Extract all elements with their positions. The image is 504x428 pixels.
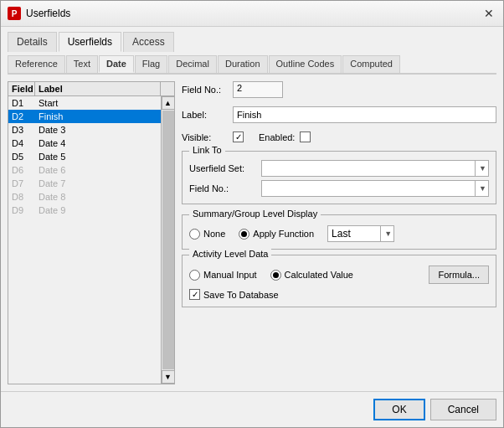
field-cell: D4 [12,138,39,148]
main-content: Field Label D1 Start D2 Finish [8,81,496,384]
label-cell: Date 4 [39,138,157,148]
link-to-group: Link To Userfield Set: ▼ Field No.: [182,151,496,204]
userfieldset-arrow: ▼ [475,161,486,176]
visible-checkbox-label[interactable] [233,131,244,142]
field-cell: D6 [12,165,39,175]
label-cell: Start [39,98,157,108]
window-title: Userfields [26,8,70,19]
function-dropdown[interactable]: Last ▼ [327,225,394,242]
formula-button[interactable]: Formula... [429,266,489,284]
userfieldset-dropdown[interactable]: ▼ [261,160,489,177]
save-checkbox-label[interactable]: Save To Database [189,289,489,300]
list-item[interactable]: D1 Start [8,96,161,110]
list-scrollbar[interactable]: ▲ ▼ [161,96,174,384]
userfieldset-label: Userfield Set: [189,163,256,173]
field-cell: D5 [12,152,39,162]
fieldno-row: Field No.: ▼ [189,180,489,197]
enabled-checkbox-label[interactable] [300,131,311,142]
tab-decimal[interactable]: Decimal [168,55,217,73]
manual-radio-label[interactable]: Manual Input [189,270,257,281]
list-item[interactable]: D5 Date 5 [8,150,161,163]
activity-left: Manual Input Calculated Value [189,270,353,281]
scroll-up-arrow[interactable]: ▲ [162,96,175,110]
label-label: Label: [182,110,228,120]
none-label: None [203,229,225,239]
activity-title: Activity Level Data [189,249,271,259]
link-to-title: Link To [189,145,225,155]
calculated-radio-label[interactable]: Calculated Value [270,270,353,281]
title-bar: P Userfields ✕ [1,1,503,27]
save-checkbox[interactable] [189,289,200,300]
activity-group: Activity Level Data Manual Input Calcula… [182,255,496,307]
apply-radio[interactable] [239,229,249,240]
function-arrow: ▼ [380,226,392,241]
cancel-button[interactable]: Cancel [430,399,496,420]
label-cell: Date 5 [39,152,157,162]
label-cell: Finish [39,111,157,121]
list-item[interactable]: D8 Date 8 [8,190,161,204]
summary-inner: None Apply Function Last ▼ [189,225,489,242]
col-header-label: Label [35,82,161,95]
fieldno-arrow: ▼ [475,181,486,196]
calculated-label: Calculated Value [285,270,353,280]
scroll-down-arrow[interactable]: ▼ [162,370,175,384]
list-scroll[interactable]: D1 Start D2 Finish D3 Date 3 D4 [8,96,161,384]
list-panel: Field Label D1 Start D2 Finish [8,81,175,384]
field-cell: D3 [12,125,39,135]
field-no-row: Field No.: 2 [182,81,496,98]
label-cell: Date 9 [39,205,157,215]
none-radio-label[interactable]: None [189,229,225,240]
label-cell: Date 7 [39,178,157,188]
activity-row1: Manual Input Calculated Value Formula... [189,266,489,284]
manual-label: Manual Input [203,270,257,280]
tab-computed[interactable]: Computed [342,55,400,73]
list-item[interactable]: D9 Date 9 [8,204,161,217]
tab-access[interactable]: Access [123,32,174,52]
close-button[interactable]: ✕ [481,6,496,21]
tab-flag[interactable]: Flag [135,55,167,73]
main-window: P Userfields ✕ Details Userfields Access… [0,0,504,428]
tab-details[interactable]: Details [8,32,57,52]
tab-userfields[interactable]: Userfields [59,32,121,52]
list-item[interactable]: D7 Date 7 [8,177,161,190]
save-label: Save To Database [203,290,279,300]
label-row: Label: [182,106,496,123]
field-cell: D7 [12,178,39,188]
apply-radio-label[interactable]: Apply Function [239,229,314,240]
label-cell: Date 3 [39,125,157,135]
calculated-radio[interactable] [270,270,281,281]
field-cell: D8 [12,192,39,202]
manual-radio[interactable] [189,270,200,281]
scroll-thumb[interactable] [162,111,174,369]
content-area: Reference Text Date Flag Decimal Duratio… [1,52,503,391]
summary-title: Summary/Group Level Display [189,209,321,219]
field-no-value: 2 [233,81,283,98]
field-cell: D2 [12,111,39,121]
list-item[interactable]: D3 Date 3 [8,123,161,137]
visible-checkbox[interactable] [233,131,244,142]
tab-duration[interactable]: Duration [218,55,268,73]
list-item[interactable]: D6 Date 6 [8,163,161,177]
tab-text[interactable]: Text [66,55,98,73]
list-item[interactable]: D2 Finish [8,110,161,123]
app-icon: P [8,7,21,20]
footer: OK Cancel [1,391,503,427]
fieldno-label: Field No.: [189,183,256,193]
label-cell: Date 6 [39,165,157,175]
visible-label: Visible: [182,132,228,142]
tab-outline-codes[interactable]: Outline Codes [269,55,342,73]
enabled-checkbox[interactable] [300,131,311,142]
none-radio[interactable] [189,229,200,240]
label-input[interactable] [233,106,496,123]
tab-reference[interactable]: Reference [8,55,65,73]
visible-row: Visible: Enabled: [182,131,496,142]
list-item[interactable]: D4 Date 4 [8,137,161,150]
summary-group: Summary/Group Level Display None Apply F… [182,214,496,250]
userfieldset-row: Userfield Set: ▼ [189,160,489,177]
link-to-inner: Userfield Set: ▼ Field No.: ▼ [189,160,489,197]
enabled-label: Enabled: [259,132,295,142]
field-no-label: Field No.: [182,85,228,95]
tab-date[interactable]: Date [99,55,134,73]
ok-button[interactable]: OK [373,399,424,420]
fieldno-dropdown[interactable]: ▼ [261,180,489,197]
